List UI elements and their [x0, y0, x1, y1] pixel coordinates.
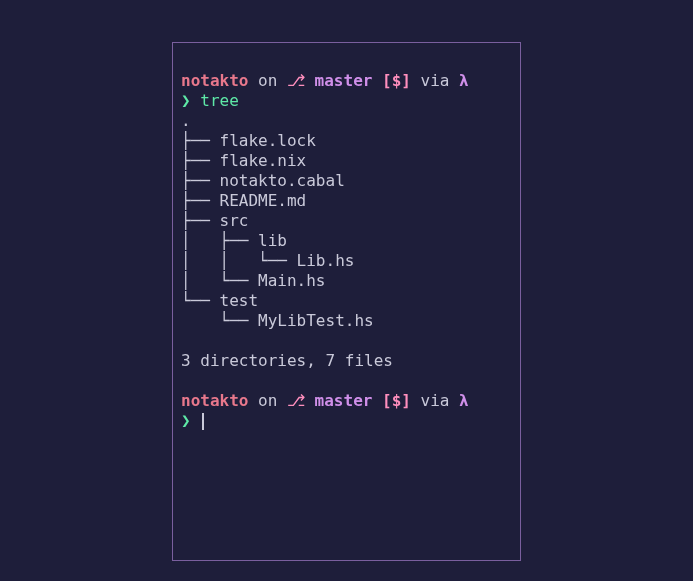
ps2-stash: [$]	[382, 391, 411, 410]
tree-line: └── test	[181, 291, 258, 310]
ps1-on: on	[248, 71, 287, 90]
lambda-icon: λ	[459, 391, 469, 410]
tree-line: │ │ └── Lib.hs	[181, 251, 354, 270]
cursor[interactable]	[202, 413, 204, 430]
tree-line: .	[181, 111, 191, 130]
ps2-on: on	[248, 391, 287, 410]
ps2-branch: master	[305, 391, 382, 410]
tree-summary: 3 directories, 7 files	[181, 351, 393, 370]
ps2-via: via	[411, 391, 459, 410]
prompt-symbol: ❯	[181, 91, 200, 110]
tree-line: └── MyLibTest.hs	[181, 311, 374, 330]
ps1-stash: [$]	[382, 71, 411, 90]
ps2-dir: notakto	[181, 391, 248, 410]
ps1-via: via	[411, 71, 459, 90]
tree-line: ├── notakto.cabal	[181, 171, 345, 190]
prompt-symbol: ❯	[181, 411, 200, 430]
tree-line: │ ├── lib	[181, 231, 287, 250]
terminal-window[interactable]: notakto on ⎇ master [$] via λ ❯ tree . ├…	[172, 42, 521, 561]
tree-line: ├── flake.lock	[181, 131, 316, 150]
tree-line: │ └── Main.hs	[181, 271, 326, 290]
ps1-dir: notakto	[181, 71, 248, 90]
tree-line: ├── flake.nix	[181, 151, 306, 170]
command-text: tree	[200, 91, 239, 110]
tree-line: ├── src	[181, 211, 248, 230]
tree-line: ├── README.md	[181, 191, 306, 210]
lambda-icon: λ	[459, 71, 469, 90]
git-branch-icon: ⎇	[287, 71, 305, 90]
git-branch-icon: ⎇	[287, 391, 305, 410]
ps1-branch: master	[305, 71, 382, 90]
